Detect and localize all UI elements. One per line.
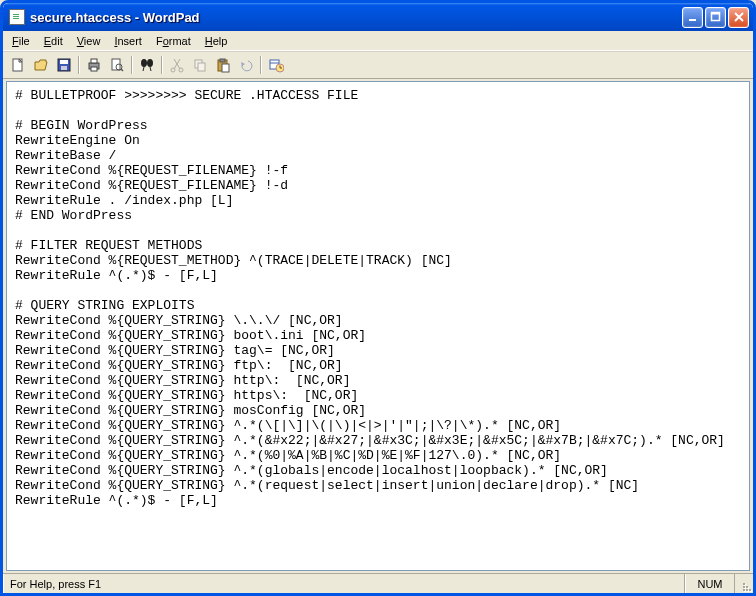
menubar: File Edit View Insert Format Help	[3, 31, 753, 51]
svg-rect-25	[270, 60, 279, 69]
print-button[interactable]	[83, 54, 105, 76]
separator	[258, 54, 264, 76]
menu-edit[interactable]: Edit	[37, 33, 70, 49]
svg-point-18	[171, 68, 175, 72]
svg-point-13	[141, 59, 147, 67]
toolbar	[3, 51, 753, 79]
datetime-button[interactable]	[265, 54, 287, 76]
statusbar: For Help, press F1 NUM	[3, 573, 753, 593]
svg-rect-10	[112, 59, 120, 70]
app-icon	[9, 9, 25, 25]
cut-button[interactable]	[166, 54, 188, 76]
svg-line-17	[150, 67, 151, 71]
svg-rect-9	[91, 67, 97, 71]
svg-rect-1	[711, 13, 719, 21]
menu-help[interactable]: Help	[198, 33, 235, 49]
separator	[76, 54, 82, 76]
svg-rect-24	[222, 64, 229, 72]
svg-line-12	[121, 69, 123, 71]
new-button[interactable]	[7, 54, 29, 76]
menu-insert[interactable]: Insert	[107, 33, 149, 49]
print-preview-button[interactable]	[106, 54, 128, 76]
menu-format[interactable]: Format	[149, 33, 198, 49]
status-help: For Help, press F1	[3, 574, 685, 593]
svg-point-27	[276, 64, 284, 72]
undo-button[interactable]	[235, 54, 257, 76]
save-button[interactable]	[53, 54, 75, 76]
resize-grip-icon[interactable]	[735, 574, 753, 593]
status-num: NUM	[685, 574, 735, 593]
close-button[interactable]	[728, 7, 749, 28]
svg-line-16	[143, 67, 144, 71]
open-button[interactable]	[30, 54, 52, 76]
menu-file[interactable]: File	[5, 33, 37, 49]
svg-rect-4	[58, 59, 70, 71]
svg-rect-3	[13, 59, 22, 71]
separator	[129, 54, 135, 76]
svg-rect-6	[61, 66, 67, 70]
svg-point-14	[147, 59, 153, 67]
svg-rect-22	[218, 60, 227, 71]
svg-rect-0	[689, 19, 696, 21]
svg-rect-8	[91, 59, 97, 63]
separator	[159, 54, 165, 76]
text-area[interactable]: # BULLETPROOF >>>>>>>> SECURE .HTACCESS …	[6, 81, 750, 571]
window-title: secure.htaccess - WordPad	[30, 10, 682, 25]
svg-rect-23	[220, 59, 225, 62]
find-button[interactable]	[136, 54, 158, 76]
svg-rect-20	[195, 60, 202, 68]
svg-rect-21	[198, 63, 205, 71]
paste-button[interactable]	[212, 54, 234, 76]
svg-rect-7	[89, 63, 99, 69]
minimize-button[interactable]	[682, 7, 703, 28]
svg-rect-2	[711, 13, 719, 15]
titlebar[interactable]: secure.htaccess - WordPad	[3, 3, 753, 31]
maximize-button[interactable]	[705, 7, 726, 28]
copy-button[interactable]	[189, 54, 211, 76]
svg-point-11	[116, 64, 122, 70]
menu-view[interactable]: View	[70, 33, 108, 49]
svg-point-19	[179, 68, 183, 72]
svg-rect-5	[60, 60, 68, 64]
